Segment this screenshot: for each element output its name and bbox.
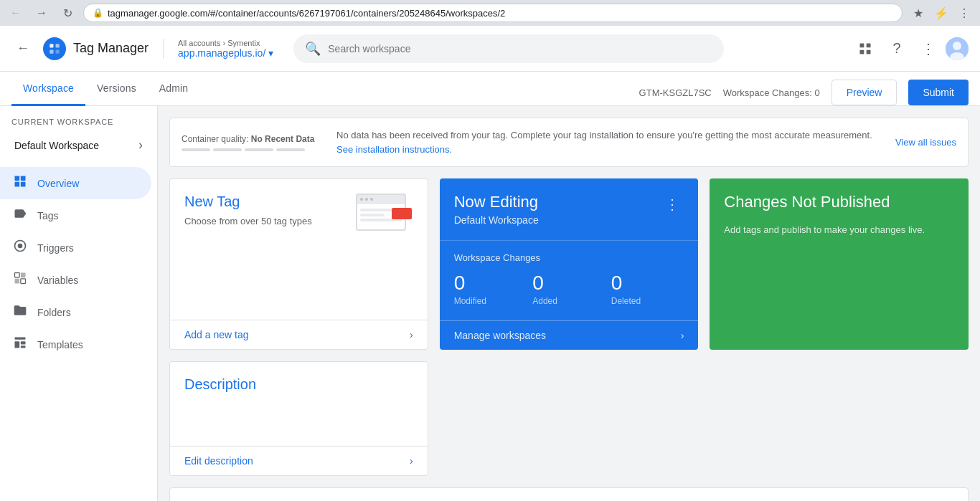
quality-left: Container quality: No Recent Data	[182, 134, 325, 151]
svg-rect-12	[21, 176, 26, 181]
workspace-selector[interactable]: Default Workspace ›	[3, 132, 154, 158]
svg-point-16	[18, 244, 23, 249]
svg-rect-4	[860, 43, 864, 47]
sidebar-item-tags[interactable]: Tags	[0, 199, 151, 232]
variables-icon	[11, 271, 29, 289]
change-label-deleted: Deleted	[611, 296, 684, 306]
sidebar-item-templates[interactable]: Templates	[0, 328, 151, 361]
tab-admin[interactable]: Admin	[148, 72, 199, 106]
main-layout: CURRENT WORKSPACE Default Workspace › Ov…	[0, 106, 980, 501]
svg-rect-11	[15, 176, 20, 181]
app-back-button[interactable]: ←	[11, 37, 34, 60]
now-editing-footer[interactable]: Manage workspaces ›	[440, 320, 699, 350]
forward-button[interactable]: →	[32, 3, 52, 23]
svg-rect-22	[15, 341, 20, 348]
description-title: Description	[184, 376, 413, 393]
sidebar-item-variables[interactable]: Variables	[0, 264, 151, 296]
sidebar-label-overview: Overview	[37, 178, 79, 189]
submit-button[interactable]: Submit	[908, 80, 969, 105]
new-tag-description: Choose from over 50 tag types	[184, 216, 312, 226]
svg-rect-17	[15, 273, 20, 278]
workspace-chevron-icon: ›	[138, 138, 143, 153]
description-card-body: Description	[170, 362, 428, 446]
sidebar: CURRENT WORKSPACE Default Workspace › Ov…	[0, 106, 158, 501]
back-button[interactable]: ←	[6, 3, 26, 23]
browser-bar: ← → ↻ 🔒 tagmanager.google.com/#/containe…	[0, 0, 980, 26]
quality-message: No data has been received from your tag.…	[336, 128, 884, 156]
breadcrumb-top: All accounts › Symentix	[178, 39, 273, 47]
quality-bar-3	[245, 148, 273, 151]
not-published-title: Changes Not Published	[724, 193, 954, 211]
overview-icon	[11, 174, 29, 192]
new-tag-footer[interactable]: Add a new tag ›	[170, 320, 428, 349]
tag-illustration	[356, 194, 413, 237]
tab-workspace[interactable]: Workspace	[11, 72, 85, 106]
bottom-section: Workspace Changes	[169, 487, 969, 501]
svg-rect-24	[21, 345, 26, 348]
sidebar-label-triggers: Triggers	[37, 242, 74, 254]
sidebar-item-triggers[interactable]: Triggers	[0, 232, 151, 264]
now-editing-footer-chevron-icon: ›	[681, 330, 684, 341]
search-bar[interactable]: 🔍	[293, 34, 724, 63]
more-options-button[interactable]: ⋮	[914, 34, 943, 63]
now-editing-title-group: Now Editing Default Workspace	[454, 193, 539, 226]
svg-rect-0	[50, 44, 53, 47]
header-actions: ? ⋮	[851, 34, 969, 63]
change-number-deleted: 0	[611, 272, 684, 295]
bookmark-star-button[interactable]: ★	[908, 3, 928, 23]
breadcrumb-chevron-icon: ▾	[268, 47, 273, 59]
workspace-changes-title: Workspace Changes	[454, 241, 684, 272]
sidebar-label-variables: Variables	[37, 275, 78, 286]
new-tag-content: New Tag Choose from over 50 tag types	[184, 194, 312, 226]
avatar[interactable]	[946, 37, 969, 60]
svg-rect-19	[15, 279, 20, 284]
sidebar-item-overview[interactable]: Overview	[0, 167, 151, 199]
logo-container: Tag Manager	[43, 37, 149, 60]
extensions-button[interactable]: ⚡	[931, 3, 951, 23]
address-bar[interactable]: 🔒 tagmanager.google.com/#/container/acco…	[83, 4, 903, 22]
nav-tabs: Workspace Versions Admin GTM-KSGZL7SC Wo…	[0, 72, 980, 106]
sidebar-item-folders[interactable]: Folders	[0, 296, 151, 328]
sidebar-label-templates: Templates	[37, 339, 83, 350]
apps-grid-button[interactable]	[851, 34, 880, 63]
view-all-issues-link[interactable]: View all issues	[895, 137, 956, 148]
reload-button[interactable]: ↻	[57, 3, 77, 23]
preview-button[interactable]: Preview	[831, 80, 897, 105]
svg-rect-2	[50, 49, 53, 53]
lock-icon: 🔒	[93, 8, 103, 18]
description-card-footer[interactable]: Edit description ›	[170, 446, 428, 475]
now-editing-header: Now Editing Default Workspace ⋮	[454, 193, 684, 226]
browser-menu-button[interactable]: ⋮	[954, 3, 974, 23]
installation-instructions-link[interactable]: See installation instructions.	[336, 144, 452, 155]
svg-rect-5	[867, 43, 871, 47]
new-tag-card-body: New Tag Choose from over 50 tag types	[170, 179, 428, 320]
container-id: GTM-KSGZL7SC	[639, 87, 712, 98]
quality-bar-2	[213, 148, 242, 151]
changes-grid: 0 Modified 0 Added 0 Deleted	[454, 272, 684, 306]
templates-icon	[11, 335, 29, 353]
breadcrumb-separator	[163, 39, 164, 59]
quality-bars	[182, 148, 325, 151]
svg-rect-6	[860, 49, 864, 54]
now-editing-card: Now Editing Default Workspace ⋮ Workspac…	[440, 178, 699, 350]
change-number-added: 0	[532, 272, 606, 295]
svg-rect-18	[21, 273, 26, 278]
help-button[interactable]: ?	[882, 34, 911, 63]
change-label-modified: Modified	[454, 296, 527, 306]
cards-grid: New Tag Choose from over 50 tag types	[158, 167, 980, 487]
url-text: tagmanager.google.com/#/container/accoun…	[108, 8, 505, 19]
search-icon: 🔍	[305, 41, 321, 57]
not-published-card-body: Changes Not Published Add tags and publi…	[710, 178, 969, 350]
breadcrumb-bottom[interactable]: app.manageplus.io/ ▾	[178, 47, 273, 59]
search-input[interactable]	[328, 43, 712, 54]
breadcrumb: All accounts › Symentix app.manageplus.i…	[178, 39, 273, 59]
new-tag-card: New Tag Choose from over 50 tag types	[169, 178, 428, 350]
svg-rect-21	[15, 338, 26, 340]
quality-banner: Container quality: No Recent Data No dat…	[169, 118, 969, 167]
tab-versions[interactable]: Versions	[85, 72, 148, 106]
svg-rect-23	[21, 341, 26, 344]
quality-bar-1	[182, 148, 210, 151]
svg-rect-13	[15, 182, 20, 187]
now-editing-more-button[interactable]: ⋮	[661, 193, 684, 216]
workspace-name: Default Workspace	[14, 140, 99, 151]
